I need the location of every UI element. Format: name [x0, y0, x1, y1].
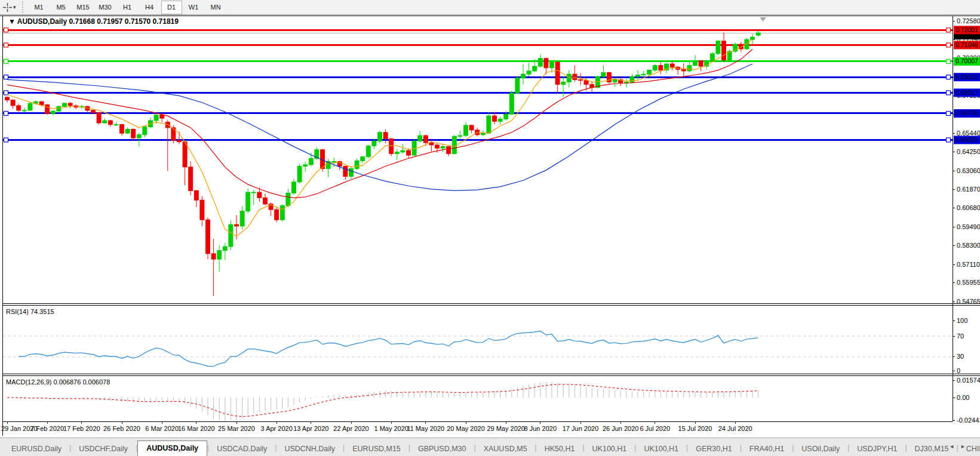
chart-tab-usdchf-daily[interactable]: USDCHF,Daily [71, 442, 136, 456]
price-tick-label: 0.60680 [957, 204, 980, 211]
timeframe-button-m5[interactable]: M5 [51, 1, 72, 14]
date-tick-label: 20 May 2020 [447, 425, 485, 432]
timeframe-button-h4[interactable]: H4 [139, 1, 160, 14]
rsi-axis-label: 70 [957, 332, 964, 340]
chart-tab-eurusd-m15[interactable]: EURUSD,M15 [345, 442, 408, 456]
chart-tab-audusd-daily[interactable]: AUDUSD,Daily [137, 440, 207, 456]
timeframe-button-mn[interactable]: MN [205, 1, 226, 14]
price-axis[interactable]: 0.725800.713900.702000.690100.678200.666… [953, 17, 980, 424]
candle-body [63, 103, 67, 106]
candle-body [240, 211, 244, 226]
timeframe-button-m15[interactable]: M15 [73, 1, 94, 14]
line-anchor-handle[interactable] [947, 28, 951, 32]
chart-tab-fra40-h1[interactable]: FRA40,H1 [742, 442, 792, 456]
timeframe-button-h1[interactable]: H1 [117, 1, 138, 14]
chart-shift-marker-icon[interactable] [760, 17, 766, 21]
candle-body [251, 192, 256, 193]
line-anchor-handle[interactable] [4, 43, 8, 47]
line-anchor-handle[interactable] [947, 59, 951, 63]
crosshair-cursor-icon[interactable] [1, 1, 13, 13]
candle-body [584, 81, 588, 85]
candle-body [687, 66, 692, 71]
candle-body [131, 130, 136, 138]
candle-body [39, 101, 44, 104]
candle-body [28, 103, 32, 110]
price-tick-label: 0.63060 [957, 167, 980, 174]
level-price-tag-label: 0.68017 [956, 89, 978, 96]
line-anchor-handle[interactable] [947, 91, 951, 95]
time-axis[interactable]: 29 Jan 20207 Feb 202017 Feb 202026 Feb 2… [1, 421, 752, 432]
line-anchor-handle[interactable] [4, 91, 8, 95]
timeframe-button-d1[interactable]: D1 [161, 1, 182, 14]
candle-body [504, 114, 508, 119]
timeframe-button-m1[interactable]: M1 [29, 1, 50, 14]
line-anchor-handle[interactable] [947, 111, 951, 115]
tabs-scroll-right-icon[interactable]: ► [960, 443, 972, 449]
timeframe-button-w1[interactable]: W1 [183, 1, 204, 14]
rsi-axis-label: 30 [957, 353, 964, 360]
line-anchor-handle[interactable] [4, 75, 8, 79]
chart-tab-usdcad-daily[interactable]: USDCAD,Daily [209, 442, 275, 456]
tabs-nav: ◄► [949, 443, 972, 449]
chart-tab-uk100-h1[interactable]: UK100,H1 [585, 442, 635, 456]
date-tick-label: 16 Mar 2020 [178, 425, 215, 432]
candle-body [200, 200, 204, 220]
candle-body [223, 247, 227, 251]
chart-tab-xauusd-m5[interactable]: XAUUSD,M5 [476, 442, 535, 456]
candle-body [555, 62, 560, 84]
date-tick-label: 17 Feb 2020 [63, 425, 100, 432]
macd-panel [7, 382, 758, 421]
candle-body [401, 150, 405, 152]
candle-body [303, 165, 308, 167]
candle-body [544, 58, 548, 68]
timeframe-button-m30[interactable]: M30 [95, 1, 116, 14]
date-tick-label: 11 May 2020 [407, 425, 444, 432]
candle-body [114, 125, 118, 125]
chart-tab-usdjpy-h1[interactable]: USDJPY,H1 [849, 442, 905, 456]
candle-body [217, 251, 222, 260]
macd-signal-line [7, 384, 758, 417]
candle-body [11, 100, 15, 106]
date-tick-label: 26 Feb 2020 [103, 425, 140, 432]
candle-body [670, 64, 674, 67]
line-anchor-handle[interactable] [4, 111, 8, 115]
candle-body [51, 111, 55, 113]
tabs-scroll-left-icon[interactable]: ◄ [949, 443, 960, 449]
chart-tab-eurusd-daily[interactable]: EURUSD,Daily [4, 442, 69, 456]
chart-tab-uk100-h1[interactable]: UK100,H1 [636, 442, 686, 456]
line-anchor-handle[interactable] [4, 59, 8, 63]
candle-body [533, 66, 537, 71]
chart-tab-usoil-daily[interactable]: USOil,Daily [794, 442, 847, 456]
line-anchor-handle[interactable] [947, 138, 951, 142]
candle-body [246, 192, 250, 211]
candle-body [263, 198, 268, 204]
candle-body [229, 224, 233, 247]
price-tick-label: 0.57110 [957, 261, 980, 268]
price-tick-label: 0.55955 [957, 279, 980, 286]
candle-body [91, 110, 96, 113]
chart-tab-gbpusd-m30[interactable]: GBPUSD,M30 [410, 442, 474, 456]
line-anchor-handle[interactable] [947, 43, 951, 47]
tool-dropdown-caret-icon[interactable]: ▾ [13, 4, 16, 10]
chart-tab-hk50-h1[interactable]: HK50,H1 [537, 442, 583, 456]
candle-body [183, 142, 187, 167]
price-tick-label: 0.59490 [957, 223, 980, 230]
date-tick-label: 15 Jul 2020 [678, 425, 712, 432]
price-tick-label: 0.64250 [957, 148, 980, 155]
candle-body [429, 143, 434, 145]
price-tick-label: 0.54765 [957, 298, 980, 305]
chart-tab-ger30-h1[interactable]: GER30,H1 [688, 442, 739, 456]
candle-body [257, 192, 262, 198]
chart-canvas[interactable]: 0.725800.713900.702000.690100.678200.666… [0, 15, 980, 437]
date-tick-label: 29 May 2020 [487, 425, 525, 432]
line-anchor-handle[interactable] [4, 138, 8, 142]
candle-body [343, 167, 348, 177]
candle-body [756, 33, 760, 35]
rsi-axis-label: 0 [957, 367, 960, 374]
chart-tab-usdcnh-daily[interactable]: USDCNH,Daily [277, 442, 343, 456]
level-price-tag-label: 0.70007 [956, 57, 978, 64]
line-anchor-handle[interactable] [947, 75, 951, 79]
candle-body [751, 37, 755, 39]
candle-body [716, 41, 720, 54]
line-anchor-handle[interactable] [4, 28, 8, 32]
